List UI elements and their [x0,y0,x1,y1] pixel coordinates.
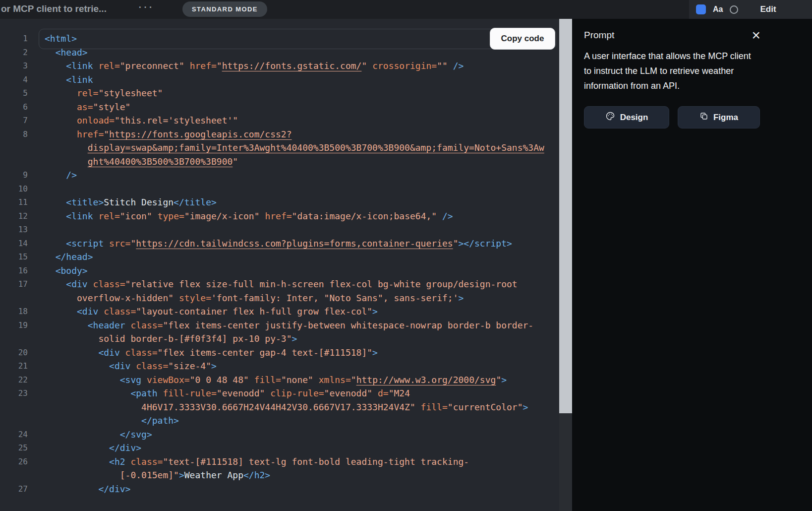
code-line: 10 [0,182,556,196]
code-line: overflow-x-hidden" style='font-family: I… [0,291,556,305]
code-line: 24 </svg> [0,428,556,442]
code-line: 15 </head> [0,250,556,264]
line-number: 5 [0,86,28,100]
code-line: </path> [0,414,556,428]
code-line: 16 <body> [0,264,556,278]
line-number: 14 [0,237,28,251]
code-scrollbar[interactable] [559,19,572,511]
code-line: [-0.015em]">Weather App</h2> [0,468,556,482]
code-line: 11 <title>Stitch Design</title> [0,195,556,209]
design-button-label: Design [620,113,648,123]
line-number: 27 [0,482,28,496]
code-line: 21 <div class="size-4"> [0,359,556,373]
line-number: 11 [0,195,28,209]
prompt-title: Prompt [584,30,614,41]
document-title: or MCP client to retrie... [1,3,107,14]
copy-code-button[interactable]: Copy code [490,28,555,50]
top-bar: or MCP client to retrie... ··· STANDARD … [0,0,812,19]
line-number: 6 [0,100,28,114]
line-number: 2 [0,46,28,60]
code-line: 22 <svg viewBox="0 0 48 48" fill="none" … [0,373,556,387]
prompt-header: Prompt × [584,30,800,41]
code-line: 2 <head> [0,46,556,60]
line-number [0,468,28,482]
line-number: 24 [0,428,28,442]
line-number [0,155,28,169]
color-swatch-icon[interactable] [696,4,706,14]
palette-icon [605,111,615,124]
line-number: 10 [0,182,28,196]
line-number: 13 [0,223,28,237]
code-line: 20 <div class="flex items-center gap-4 t… [0,346,556,360]
line-number: 4 [0,73,28,87]
line-number: 9 [0,168,28,182]
line-number [0,141,28,155]
theme-circle-icon[interactable] [730,5,738,14]
standard-mode-badge[interactable]: STANDARD MODE [182,1,267,17]
line-number [0,414,28,428]
code-line: 13 [0,223,556,237]
line-number: 19 [0,319,28,332]
figma-icon [699,112,708,123]
line-number: 26 [0,455,28,469]
code-line: 7 onload="this.rel='stylesheet'" [0,114,556,128]
line-number: 18 [0,305,28,319]
code-line: 27 </div> [0,482,556,496]
figma-button[interactable]: Figma [678,106,760,128]
line-number: 17 [0,277,28,291]
scrollbar-thumb[interactable] [559,19,572,413]
code-line: 25 </div> [0,441,556,455]
line-number: 12 [0,209,28,223]
code-line: 8 href="https://fonts.googleapis.com/css… [0,128,556,141]
edit-button[interactable]: Edit [760,4,776,14]
line-number: 16 [0,264,28,278]
prompt-actions: Design Figma [584,106,800,128]
prompt-panel: Prompt × A user interface that allows th… [572,19,812,511]
line-number [0,332,28,346]
line-number: 3 [0,59,28,73]
code-line: 18 <div class="layout-container flex h-f… [0,305,556,319]
prompt-description: A user interface that allows the MCP cli… [584,49,758,93]
code-line: 12 <link rel="icon" type="image/x-icon" … [0,209,556,223]
code-line: 26 <h2 class="text-[#111518] text-lg fon… [0,455,556,469]
appearance-toolbar: Aa Edit [689,0,812,19]
code-line: 19 <header class="flex items-center just… [0,319,556,332]
code-line: 9 /> [0,168,556,182]
line-number: 23 [0,386,28,400]
code-line: 17 <div class="relative flex size-full m… [0,277,556,291]
code-line: 6 as="style" [0,100,556,114]
code-line: 3 <link rel="preconnect" href="https://f… [0,59,556,73]
code-line: solid border-b-[#f0f3f4] px-10 py-3"> [0,332,556,346]
design-button[interactable]: Design [584,106,669,128]
line-number: 7 [0,114,28,128]
code-lines: 1<html>2 <head>3 <link rel="preconnect" … [0,32,556,496]
close-icon[interactable]: × [752,30,760,41]
code-line: display=swap&amp;family=Inter%3Awght%404… [0,141,556,155]
code-line: 1<html> [0,32,556,46]
line-number: 25 [0,441,28,455]
line-number [0,400,28,414]
line-number: 20 [0,346,28,360]
line-number: 1 [0,32,28,46]
font-size-toggle[interactable]: Aa [713,5,723,14]
code-line: 4H6V17.3333V30.6667H24V44H42V30.6667V17.… [0,400,556,414]
line-number: 22 [0,373,28,387]
more-options-icon[interactable]: ··· [138,0,154,14]
line-number [0,291,28,305]
figma-button-label: Figma [713,113,738,123]
line-number: 15 [0,250,28,264]
code-panel: 1<html>2 <head>3 <link rel="preconnect" … [0,19,572,511]
line-number: 8 [0,128,28,141]
code-line: ght%40400%3B500%3B700%3B900" [0,155,556,169]
code-line: 23 <path fill-rule="evenodd" clip-rule="… [0,386,556,400]
code-line: 5 rel="stylesheet" [0,86,556,100]
code-line: 14 <script src="https://cdn.tailwindcss.… [0,237,556,251]
code-line: 4 <link [0,73,556,87]
line-number: 21 [0,359,28,373]
